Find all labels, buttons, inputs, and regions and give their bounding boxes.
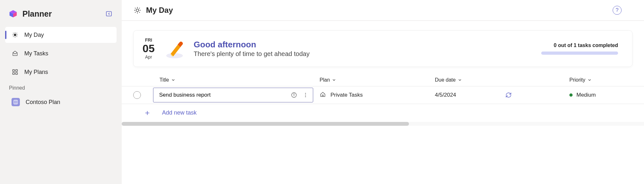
svg-rect-11 bbox=[16, 70, 18, 72]
board-icon bbox=[12, 98, 20, 106]
app-title: Planner bbox=[22, 9, 100, 19]
pencil-illustration-icon bbox=[164, 37, 187, 60]
complete-checkbox[interactable] bbox=[133, 91, 141, 99]
date-block: FRI 05 Apr bbox=[143, 38, 155, 60]
recurring-icon[interactable] bbox=[505, 92, 512, 98]
add-task-row[interactable]: ＋ Add new task bbox=[122, 104, 644, 121]
task-title-input[interactable] bbox=[159, 92, 287, 98]
home-icon bbox=[320, 91, 326, 99]
sun-icon bbox=[133, 6, 142, 14]
greeting-text: Good afternoon There's plenty of time to… bbox=[194, 40, 535, 58]
sidebar-item-pinned-plan[interactable]: Contoso Plan bbox=[5, 93, 117, 111]
chevron-down-icon bbox=[171, 78, 175, 82]
column-header-title[interactable]: Title bbox=[153, 77, 320, 83]
sidebar-item-my-tasks[interactable]: My Tasks bbox=[5, 45, 117, 61]
svg-line-24 bbox=[135, 12, 136, 13]
task-title-cell[interactable] bbox=[153, 88, 313, 102]
progress-bar bbox=[541, 52, 618, 55]
planner-logo-icon bbox=[8, 9, 18, 19]
sidebar-item-my-plans[interactable]: My Plans bbox=[5, 64, 117, 80]
svg-rect-10 bbox=[13, 70, 15, 72]
grid-icon bbox=[12, 68, 19, 76]
svg-point-30 bbox=[305, 93, 306, 94]
svg-line-9 bbox=[17, 33, 17, 34]
collapse-sidebar-button[interactable] bbox=[104, 9, 113, 18]
task-priority-label: Medium bbox=[576, 92, 596, 98]
sidebar-item-label: Contoso Plan bbox=[26, 99, 60, 106]
info-icon[interactable] bbox=[290, 91, 298, 99]
priority-dot-icon bbox=[569, 93, 573, 97]
add-task-label[interactable]: Add new task bbox=[153, 109, 320, 116]
svg-line-7 bbox=[17, 36, 17, 37]
svg-line-23 bbox=[139, 12, 140, 13]
task-row[interactable]: Private Tasks 4/5/2024 Medium bbox=[122, 86, 644, 104]
horizontal-scrollbar[interactable] bbox=[122, 122, 644, 126]
svg-point-17 bbox=[136, 9, 139, 12]
column-label: Priority bbox=[569, 77, 585, 83]
svg-point-1 bbox=[14, 34, 16, 36]
sun-icon bbox=[12, 31, 19, 38]
svg-line-22 bbox=[135, 8, 136, 9]
help-button[interactable]: ? bbox=[613, 6, 622, 15]
chevron-down-icon bbox=[587, 78, 592, 82]
greeting-subtitle: There's plenty of time to get ahead toda… bbox=[194, 50, 535, 58]
sidebar-item-label: My Day bbox=[24, 32, 44, 38]
svg-point-31 bbox=[305, 95, 306, 96]
date-weekday: FRI bbox=[143, 38, 155, 43]
svg-rect-12 bbox=[13, 73, 15, 75]
svg-line-25 bbox=[139, 8, 140, 9]
progress-text: 0 out of 1 tasks completed bbox=[541, 43, 618, 48]
column-label: Plan bbox=[320, 77, 330, 83]
sidebar-item-label: My Plans bbox=[24, 69, 48, 76]
sidebar: Planner My Day My Tasks bbox=[0, 0, 122, 184]
svg-line-6 bbox=[13, 33, 14, 34]
svg-line-8 bbox=[13, 36, 14, 37]
page-header: My Day ? bbox=[122, 0, 644, 21]
svg-rect-14 bbox=[14, 100, 18, 104]
greeting-card: FRI 05 Apr Good afternoon There's plenty… bbox=[133, 30, 632, 67]
svg-point-32 bbox=[305, 96, 306, 97]
main-content: My Day ? FRI 05 Apr Good afternoon There… bbox=[122, 0, 644, 184]
column-label: Title bbox=[159, 77, 169, 83]
sidebar-header: Planner bbox=[5, 6, 117, 24]
column-label: Due date bbox=[435, 77, 456, 83]
date-month: Apr bbox=[143, 55, 155, 60]
progress-block: 0 out of 1 tasks completed bbox=[541, 43, 618, 55]
task-table: Title Plan Due date Priority bbox=[122, 75, 644, 126]
inbox-icon bbox=[12, 50, 19, 57]
task-due-cell[interactable]: 4/5/2024 bbox=[435, 92, 505, 98]
date-day: 05 bbox=[143, 43, 155, 54]
scrollbar-thumb[interactable] bbox=[122, 122, 409, 126]
sidebar-item-label: My Tasks bbox=[24, 50, 48, 57]
task-plan-cell[interactable]: Private Tasks bbox=[320, 91, 435, 99]
column-header-due[interactable]: Due date bbox=[435, 77, 505, 83]
column-header-priority[interactable]: Priority bbox=[569, 77, 644, 83]
svg-point-29 bbox=[294, 94, 294, 94]
table-header: Title Plan Due date Priority bbox=[122, 75, 644, 86]
chevron-down-icon bbox=[458, 78, 462, 82]
task-plan-name: Private Tasks bbox=[330, 92, 363, 98]
svg-rect-13 bbox=[16, 73, 18, 75]
chevron-down-icon bbox=[332, 78, 336, 82]
greeting-title: Good afternoon bbox=[194, 40, 535, 50]
page-title: My Day bbox=[146, 6, 613, 15]
more-options-icon[interactable] bbox=[301, 91, 310, 99]
plus-icon[interactable]: ＋ bbox=[129, 108, 151, 118]
pinned-section-label: Pinned bbox=[5, 83, 117, 91]
task-priority-cell[interactable]: Medium bbox=[569, 92, 644, 98]
task-due-date: 4/5/2024 bbox=[435, 92, 456, 98]
sidebar-item-my-day[interactable]: My Day bbox=[5, 27, 117, 43]
column-header-plan[interactable]: Plan bbox=[320, 77, 435, 83]
